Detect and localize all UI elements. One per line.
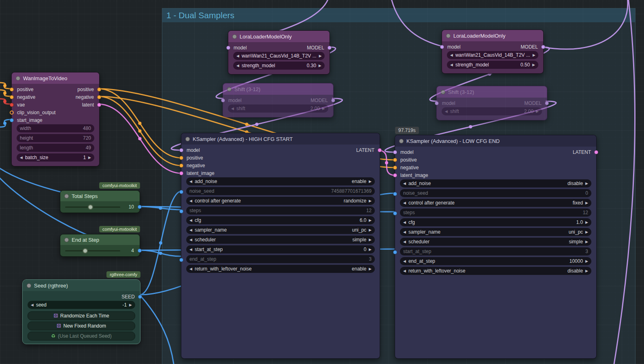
slider-handle[interactable] xyxy=(83,248,88,253)
lora-model-widget[interactable]: wan\Wan21_CausVid_14B_T2V ... xyxy=(447,51,538,59)
noise-seed-widget[interactable]: noise_seed 0 xyxy=(400,189,591,197)
clip-vision-output-input-port[interactable] xyxy=(10,111,14,115)
cfg-widget[interactable]: cfg 1.0 xyxy=(400,218,591,226)
node-loraloader-1[interactable]: LoraLoaderModelOnly model MODEL wan\Wan2… xyxy=(228,30,330,75)
int-output-port[interactable] xyxy=(138,205,142,209)
node-loraloader-2[interactable]: LoraLoaderModelOnly model MODEL wan\Wan2… xyxy=(442,30,544,74)
negative-input-port[interactable] xyxy=(393,166,397,170)
width-widget[interactable]: width 480 xyxy=(17,124,94,132)
add-noise-widget[interactable]: add_noise disable xyxy=(400,179,591,187)
new-fixed-random-button[interactable]: ⚄ New Fixed Random xyxy=(28,321,135,330)
noise-seed-input-port[interactable] xyxy=(393,192,397,196)
int-output-port[interactable] xyxy=(138,249,142,253)
control-after-generate-widget[interactable]: control after generate randomize xyxy=(186,197,375,205)
return-with-leftover-noise-widget[interactable]: return_with_leftover_noise disable xyxy=(400,267,591,275)
model-input-port[interactable] xyxy=(393,150,397,154)
steps-widget[interactable]: steps 12 xyxy=(400,209,591,217)
steps-widget[interactable]: steps 12 xyxy=(186,206,375,215)
group-header[interactable]: 1 - Dual Samplers xyxy=(162,9,635,22)
node-header[interactable]: LoraLoaderModelOnly xyxy=(442,30,543,41)
slider-track[interactable] xyxy=(65,250,120,251)
noise-seed-input-port[interactable] xyxy=(179,190,183,194)
node-seed-rgthree[interactable]: rgthree-comfy Seed (rgthree) SEED seed -… xyxy=(22,279,140,344)
model-input-port[interactable] xyxy=(226,46,230,50)
start-at-step-widget[interactable]: start_at_step 0 xyxy=(186,245,375,253)
node-end-at-step-slider[interactable]: comfyui-mxtoolkit End at Step 4 xyxy=(60,234,140,257)
start-at-step-input-port[interactable] xyxy=(393,250,397,254)
model-input-port[interactable] xyxy=(179,148,183,152)
noise-seed-widget[interactable]: noise_seed 745887701671369 xyxy=(186,187,375,195)
model-output-port[interactable] xyxy=(327,46,332,50)
lora-model-widget[interactable]: wan\Wan21_CausVid_14B_T2V ... xyxy=(233,52,325,60)
randomize-each-time-button[interactable]: ⚄ Randomize Each Time xyxy=(28,311,135,320)
vae-input-port[interactable] xyxy=(10,103,14,107)
node-header[interactable]: Shift (3-12) xyxy=(437,86,547,98)
widget-row: strength_model 0.30 xyxy=(228,62,329,71)
node-ksampler-high-cfg-start[interactable]: KSampler (Advanced) - HIGH CFG START mod… xyxy=(181,133,380,359)
return-with-leftover-noise-widget[interactable]: return_with_leftover_noise enable xyxy=(186,265,375,273)
model-output-port[interactable] xyxy=(545,101,549,105)
node-shift-1-bypassed[interactable]: Shift (3-12) model MODEL shift 2.00 xyxy=(223,83,334,117)
scheduler-widget[interactable]: scheduler simple xyxy=(186,236,375,244)
node-wanimagetovideo[interactable]: WanImageToVideo positive positive negati… xyxy=(11,72,100,166)
negative-input-port[interactable] xyxy=(179,164,183,168)
model-input-port[interactable] xyxy=(435,101,439,105)
slider[interactable]: 4 xyxy=(60,245,140,256)
start-at-step-widget[interactable]: start_at_step 3 xyxy=(400,247,591,255)
steps-input-port[interactable] xyxy=(179,209,183,213)
end-at-step-widget[interactable]: end_at_step 10000 xyxy=(400,257,591,265)
model-input-port[interactable] xyxy=(221,98,225,102)
latent-output-port[interactable] xyxy=(594,150,598,154)
node-header[interactable]: Shift (3-12) xyxy=(223,83,333,95)
positive-output-port[interactable] xyxy=(97,87,101,92)
positive-input-port[interactable] xyxy=(393,158,397,162)
model-output-port[interactable] xyxy=(331,98,335,102)
positive-input-port[interactable] xyxy=(179,156,183,160)
slider[interactable]: 10 xyxy=(60,201,140,213)
node-shift-2-bypassed[interactable]: Shift (3-12) model MODEL shift 2.00 xyxy=(436,86,547,120)
start-image-input-port[interactable] xyxy=(10,118,14,122)
node-header[interactable]: WanImageToVideo xyxy=(12,72,99,84)
node-header[interactable]: Seed (rgthree) xyxy=(23,280,140,291)
sampler-name-widget[interactable]: sampler_name uni_pc xyxy=(186,226,375,234)
node-ksampler-low-cfg-end[interactable]: 97.719s KSampler (Advanced) - LOW CFG EN… xyxy=(395,135,597,359)
strength-model-widget[interactable]: strength_model 0.30 xyxy=(233,62,325,70)
batch-size-widget[interactable]: batch_size 1 xyxy=(17,153,94,162)
latent-image-input-port[interactable] xyxy=(393,173,397,177)
length-widget[interactable]: length 49 xyxy=(17,144,94,152)
negative-output-port[interactable] xyxy=(97,95,101,99)
node-header[interactable]: KSampler (Advanced) - HIGH CFG START xyxy=(181,133,380,145)
slider-handle[interactable] xyxy=(88,204,93,210)
height-widget[interactable]: height 720 xyxy=(17,134,94,142)
node-header[interactable]: Total Steps xyxy=(60,191,140,201)
positive-input-port[interactable] xyxy=(10,87,14,92)
negative-input-port[interactable] xyxy=(10,95,14,99)
latent-output-port[interactable] xyxy=(97,103,101,107)
shift-widget[interactable]: shift 2.00 xyxy=(442,107,542,115)
seed-widget[interactable]: seed -1 xyxy=(28,301,135,309)
cfg-widget[interactable]: cfg 6.0 xyxy=(186,216,375,224)
add-noise-widget[interactable]: add_noise enable xyxy=(186,177,375,185)
latent-output-port[interactable] xyxy=(378,148,382,152)
node-graph-canvas[interactable]: 1 - Dual Samplers WanImageToVideo positi… xyxy=(0,0,644,364)
node-title: Shift (3-12) xyxy=(234,86,260,92)
sampler-name-widget[interactable]: sampler_name uni_pc xyxy=(400,228,591,236)
node-header[interactable]: LoraLoaderModelOnly xyxy=(228,31,329,42)
model-input-port[interactable] xyxy=(440,45,444,49)
model-output-port[interactable] xyxy=(541,45,545,49)
seed-output-port[interactable] xyxy=(138,295,142,299)
node-header[interactable]: End at Step xyxy=(60,234,140,245)
shift-widget[interactable]: shift 2.00 xyxy=(228,104,328,113)
strength-model-widget[interactable]: strength_model 0.50 xyxy=(447,61,538,69)
node-total-steps-slider[interactable]: comfyui-mxtoolkit Total Steps 10 xyxy=(60,190,140,213)
input-label: clip_vision_output xyxy=(17,110,55,115)
latent-image-input-port[interactable] xyxy=(179,171,183,175)
control-after-generate-widget[interactable]: control after generate fixed xyxy=(400,199,591,207)
node-status-dot xyxy=(16,76,20,81)
use-last-queued-seed-button[interactable]: ♻ (Use Last Queued Seed) xyxy=(28,332,135,341)
steps-input-port[interactable] xyxy=(393,211,397,215)
end-at-step-input-port[interactable] xyxy=(179,258,183,262)
scheduler-widget[interactable]: scheduler simple xyxy=(400,238,591,246)
node-header[interactable]: KSampler (Advanced) - LOW CFG END xyxy=(395,135,596,147)
end-at-step-widget[interactable]: end_at_step 3 xyxy=(186,255,375,263)
